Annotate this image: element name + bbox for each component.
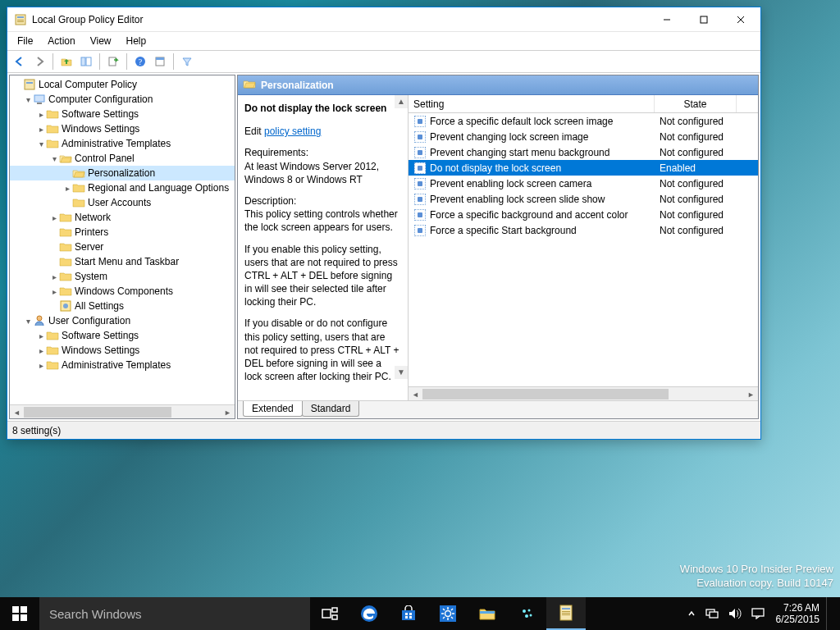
taskbar-settings[interactable]	[428, 597, 468, 630]
back-button[interactable]	[11, 52, 29, 71]
scroll-thumb[interactable]	[422, 389, 669, 399]
task-view-button[interactable]	[310, 597, 349, 630]
menu-file[interactable]: File	[11, 34, 39, 48]
search-box[interactable]: Search Windows	[39, 597, 310, 630]
menu-action[interactable]: Action	[41, 34, 81, 48]
scroll-left-icon[interactable]: ◄	[409, 387, 422, 401]
tree-network[interactable]: ▸ Network	[10, 210, 235, 225]
tree-admin-templates[interactable]: ▾ Administrative Templates	[10, 136, 235, 151]
expand-icon[interactable]: ▸	[49, 287, 59, 296]
help-button[interactable]: ?	[131, 52, 149, 71]
taskbar-clock[interactable]: 7:26 AM 6/25/2015	[769, 602, 826, 626]
show-hide-tree-button[interactable]	[77, 52, 95, 71]
tree-uc-windows-settings[interactable]: ▸ Windows Settings	[10, 343, 235, 358]
scroll-down-icon[interactable]: ▼	[395, 366, 408, 379]
maximize-button[interactable]	[685, 8, 722, 31]
list-header: Setting State	[409, 95, 758, 113]
taskbar-app-1[interactable]	[507, 597, 546, 630]
collapse-icon[interactable]: ▾	[36, 139, 46, 148]
tree-printers[interactable]: Printers	[10, 225, 235, 240]
policy-row[interactable]: Prevent changing start menu backgroundNo…	[409, 144, 758, 160]
tray-notifications-icon[interactable]	[746, 597, 769, 630]
tree-label: System	[75, 271, 107, 282]
forward-button[interactable]	[30, 52, 48, 71]
export-list-button[interactable]	[104, 52, 122, 71]
tree-start-menu-taskbar[interactable]: Start Menu and Taskbar	[10, 254, 235, 269]
tree-regional-language[interactable]: ▸ Regional and Language Options	[10, 180, 235, 195]
tree-uc-software-settings[interactable]: ▸ Software Settings	[10, 328, 235, 343]
scroll-left-icon[interactable]: ◄	[10, 405, 24, 419]
svg-point-47	[523, 609, 526, 613]
tree-h-scrollbar[interactable]: ◄ ►	[10, 404, 235, 418]
col-state[interactable]: State	[655, 95, 737, 112]
tree-scroll[interactable]: Local Computer Policy ▾ Computer Configu…	[10, 75, 235, 404]
policy-row[interactable]: Prevent enabling lock screen slide showN…	[409, 191, 758, 207]
collapse-icon[interactable]: ▾	[23, 95, 33, 104]
tree-computer-configuration[interactable]: ▾ Computer Configuration	[10, 92, 235, 107]
tray-network-icon[interactable]	[701, 597, 724, 630]
filter-button[interactable]	[178, 52, 196, 71]
user-icon	[33, 314, 46, 327]
taskbar-edge[interactable]	[349, 597, 389, 630]
expand-icon[interactable]: ▸	[36, 361, 46, 370]
expand-icon[interactable]: ▸	[36, 346, 46, 355]
tray-overflow[interactable]	[682, 597, 701, 630]
scroll-right-icon[interactable]: ►	[221, 405, 235, 419]
menu-view[interactable]: View	[84, 34, 118, 48]
policy-row[interactable]: Force a specific Start backgroundNot con…	[409, 222, 758, 238]
expand-icon[interactable]: ▸	[36, 331, 46, 340]
scroll-right-icon[interactable]: ►	[744, 387, 758, 401]
tree-system[interactable]: ▸ System	[10, 269, 235, 284]
close-button[interactable]	[722, 8, 759, 31]
tab-standard[interactable]: Standard	[302, 401, 360, 417]
expand-icon[interactable]: ▸	[36, 125, 46, 134]
show-desktop-button[interactable]	[826, 597, 837, 630]
tree-root[interactable]: Local Computer Policy	[10, 77, 235, 92]
policy-name: Prevent changing start menu background	[430, 147, 609, 158]
policy-row[interactable]: Force a specific default lock screen ima…	[409, 113, 758, 129]
policy-name: Force a specific default lock screen ima…	[430, 116, 613, 127]
tree-control-panel[interactable]: ▾ Control Panel	[10, 151, 235, 166]
expand-icon[interactable]: ▸	[49, 213, 59, 222]
tree-label: Administrative Templates	[62, 138, 171, 149]
scroll-thumb[interactable]	[24, 407, 171, 418]
expand-icon[interactable]: ▸	[36, 110, 46, 119]
list-h-scrollbar[interactable]: ◄ ►	[409, 386, 758, 400]
scroll-up-icon[interactable]: ▲	[395, 95, 408, 108]
taskbar-explorer[interactable]	[468, 597, 507, 630]
policy-row[interactable]: Force a specific background and accent c…	[409, 207, 758, 222]
tree-windows-components[interactable]: ▸ Windows Components	[10, 284, 235, 299]
tab-extended[interactable]: Extended	[243, 401, 303, 417]
folder-icon	[46, 122, 59, 135]
minimize-button[interactable]	[648, 8, 685, 31]
tree-windows-settings[interactable]: ▸ Windows Settings	[10, 121, 235, 136]
col-setting[interactable]: Setting	[409, 95, 655, 112]
expand-icon[interactable]: ▸	[49, 272, 59, 281]
collapse-icon[interactable]: ▾	[23, 317, 33, 326]
tree-all-settings[interactable]: All Settings	[10, 299, 235, 313]
taskbar-gpedit[interactable]	[546, 597, 586, 630]
up-folder-button[interactable]	[57, 52, 75, 71]
collapse-icon[interactable]: ▾	[49, 154, 59, 163]
tree-server[interactable]: Server	[10, 240, 235, 254]
start-button[interactable]	[0, 597, 39, 630]
tree-user-accounts[interactable]: User Accounts	[10, 195, 235, 210]
titlebar[interactable]: Local Group Policy Editor	[7, 7, 760, 32]
edit-policy-link[interactable]: policy setting	[264, 126, 321, 137]
tree-personalization[interactable]: Personalization	[10, 166, 235, 180]
svg-rect-10	[109, 57, 116, 66]
tree-user-configuration[interactable]: ▾ User Configuration	[10, 313, 235, 328]
svg-rect-55	[562, 614, 570, 615]
properties-button[interactable]	[151, 52, 169, 71]
svg-rect-18	[37, 103, 42, 104]
policy-row[interactable]: Do not display the lock screenEnabled	[409, 160, 758, 176]
policy-row[interactable]: Prevent enabling lock screen cameraNot c…	[409, 176, 758, 191]
policy-row[interactable]: Prevent changing lock screen imageNot co…	[409, 129, 758, 144]
expand-icon[interactable]: ▸	[62, 184, 72, 193]
menu-help[interactable]: Help	[120, 34, 153, 48]
taskbar-store[interactable]	[389, 597, 428, 630]
svg-rect-3	[17, 21, 24, 22]
tree-software-settings[interactable]: ▸ Software Settings	[10, 107, 235, 121]
tree-uc-admin-templates[interactable]: ▸ Administrative Templates	[10, 358, 235, 372]
tray-volume-icon[interactable]	[724, 597, 746, 630]
